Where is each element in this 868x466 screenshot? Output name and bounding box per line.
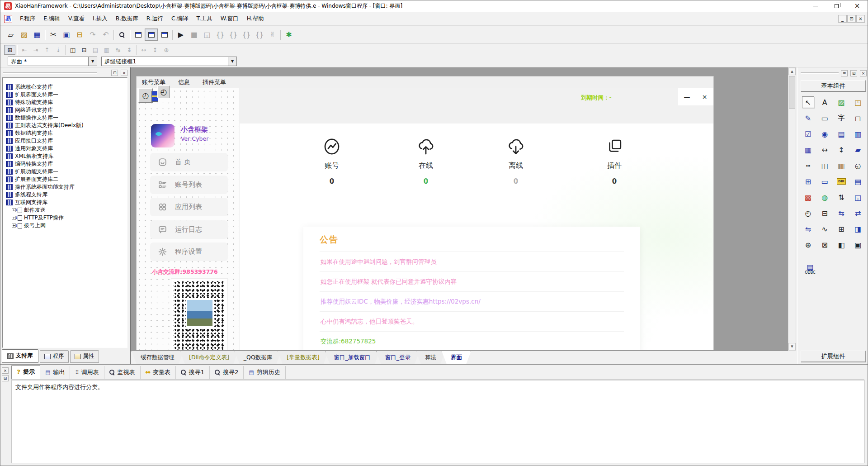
space-equal-h-button[interactable]: ▤ [90, 45, 101, 55]
network-component[interactable]: ◍ [819, 191, 831, 203]
basic-components-button[interactable]: 基本组件 [801, 80, 866, 91]
tab-watch-table[interactable]: 监视表 [104, 366, 141, 379]
new-button[interactable]: ▱ [4, 29, 17, 41]
extended-components-button[interactable]: 扩展组件 [801, 351, 866, 362]
mdi-restore-button[interactable]: ⊡ [847, 15, 856, 23]
mdi-close-button[interactable]: × [856, 15, 865, 23]
tree-item[interactable]: XML解析支持库 [3, 152, 127, 160]
split-panel-component[interactable]: ◧ [835, 239, 848, 251]
align-bottom-button[interactable]: ⇣ [52, 45, 64, 55]
menu-item[interactable]: B.数据库 [112, 13, 142, 25]
menu-item[interactable]: E.编辑 [39, 13, 64, 25]
scrollbar-thumb[interactable] [789, 76, 795, 109]
hint-output-area[interactable]: 文件夹用作将程序内容进行分类。 [11, 380, 864, 463]
menu-item[interactable]: C.编译 [167, 13, 193, 25]
nav-run-log-button[interactable]: 运行日志 [150, 220, 228, 239]
panel-grip[interactable] [801, 72, 839, 74]
menu-item[interactable]: T.工具 [193, 13, 217, 25]
timer-component-2[interactable]: ◴ [157, 86, 170, 98]
nav-app-list-button[interactable]: 应用列表 [150, 198, 228, 216]
nav-account-list-button[interactable]: 账号列表 [150, 176, 228, 194]
open-button[interactable]: ▨ [17, 29, 30, 41]
panel-close-button[interactable]: × [860, 70, 867, 76]
tab-variable-table[interactable]: ◆◆ 变量表 [141, 366, 176, 379]
toolbar-separator[interactable] [43, 29, 47, 40]
tree-item[interactable]: 数据操作支持库一 [3, 114, 127, 122]
tab-program[interactable]: 程序 [40, 350, 69, 363]
tree-item[interactable]: 扩展界面支持库二 [3, 176, 127, 183]
run-to-cursor-button[interactable]: {} [253, 29, 266, 41]
toolbar-separator[interactable] [171, 29, 174, 40]
stop-button[interactable]: ■ [187, 29, 200, 41]
redo-button[interactable]: ↷ [86, 29, 99, 41]
tab-search-2[interactable]: 搜寻2 [210, 366, 244, 379]
fit-width-button[interactable]: ↔ [138, 45, 149, 55]
tab-control-component[interactable]: ◫ [819, 160, 831, 171]
step-over-button[interactable]: {} [226, 29, 240, 41]
toolbar-separator[interactable] [15, 44, 19, 55]
announcement-line[interactable]: 推荐使用妖云IDC，物美价廉，经济实惠https://02vps.cn/ [320, 292, 624, 312]
list-box-component[interactable]: ▤ [835, 128, 848, 140]
tab-hint[interactable]: ? 提示 [11, 365, 40, 379]
mdi-window-component[interactable]: ◱ [852, 191, 864, 203]
preview-close-button[interactable]: × [700, 93, 710, 100]
timer-component-1[interactable]: ◴ [138, 88, 153, 103]
align-left-button[interactable]: ⇤ [19, 45, 30, 55]
menu-item[interactable]: R.运行 [142, 13, 167, 25]
layout-right-button[interactable] [158, 29, 171, 41]
doc-tab-window-login[interactable]: 窗口_登录 [376, 351, 420, 364]
paste-button[interactable]: ⊟ [73, 29, 86, 41]
tree-item[interactable]: 多线程支持库 [3, 191, 127, 199]
scroll-up-button[interactable]: ▲ [788, 68, 796, 75]
panel-menu-button[interactable]: ≡ [841, 70, 848, 76]
panel-close-button[interactable]: × [121, 70, 127, 76]
step-into-button[interactable]: {} [213, 29, 226, 41]
label-component[interactable]: A [819, 96, 831, 108]
menu-item[interactable]: I.插入 [89, 13, 112, 25]
tree-item[interactable]: 操作系统界面功能支持库 [3, 183, 127, 191]
menu-item[interactable]: W.窗口 [217, 13, 243, 25]
data-grid-component[interactable]: ⊞ [835, 223, 848, 235]
odbc-component[interactable]: ▤ ODBC [803, 263, 817, 275]
doc-tab-const-table[interactable]: [常量数据表] [278, 351, 328, 364]
fit-height-button[interactable]: ↕ [149, 45, 160, 55]
color-picker-component[interactable]: ▩ [802, 191, 814, 203]
doc-tab-cache-data[interactable]: 缓存数据管理 [132, 351, 184, 364]
doc-tab-dll-table[interactable]: [Dll命令定义表] [180, 351, 238, 364]
radio-button-component[interactable]: ◉ [819, 128, 831, 140]
menu-item[interactable]: V.查看 [64, 13, 89, 25]
nav-home-button[interactable]: 首 页 [150, 153, 228, 171]
toolbar-separator[interactable] [64, 44, 67, 55]
chevron-down-icon[interactable]: ▼ [228, 57, 236, 66]
tab-call-table[interactable]: ⠿ 调用表 [70, 366, 104, 379]
tab-support-libs[interactable]: 支持库 [2, 349, 38, 363]
preview-menu-item[interactable]: 信息 [178, 78, 190, 86]
edit-box-component[interactable]: ✎ [802, 112, 814, 124]
space-equal-v-button[interactable]: ▥ [101, 45, 112, 55]
debug-window-button[interactable]: ◱ [200, 29, 213, 41]
tree-item[interactable]: 系统核心支持库 [3, 83, 127, 91]
same-height-button[interactable]: ↨ [123, 45, 135, 55]
tree-item[interactable]: 拨号上网 [3, 222, 127, 229]
chevron-down-icon[interactable]: ▼ [88, 57, 97, 66]
close-button[interactable]: × [847, 0, 868, 12]
ruler-component[interactable]: ┅ [802, 160, 814, 171]
tree-item[interactable]: 通用对象支持库 [3, 145, 127, 152]
cut-button[interactable]: ✂ [47, 29, 60, 41]
layout-left-button[interactable] [132, 29, 145, 41]
component-selector-combo[interactable]: 超级链接框1 ▼ [101, 57, 237, 66]
calendar-component[interactable]: ⊞ [802, 176, 814, 187]
layout-bottom-button[interactable] [145, 29, 158, 41]
compile-run-button[interactable]: ✱ [282, 29, 295, 41]
pager-component[interactable]: ◨ [852, 223, 864, 235]
output-close-button[interactable]: × [2, 367, 9, 374]
tab-clip-history[interactable]: ▤ 剪辑历史 [244, 366, 285, 379]
canvas-vertical-scrollbar[interactable]: ▲ ▼ [788, 67, 796, 351]
center-horizontal-button[interactable]: ◫ [67, 45, 78, 55]
animation-component[interactable]: ▥ [835, 160, 848, 171]
minimize-button[interactable] [805, 0, 826, 12]
form-designer-button[interactable]: ⊞ [4, 45, 15, 55]
ip-edit-component[interactable]: ▭ [819, 176, 831, 187]
nav-settings-button[interactable]: 程序设置 [150, 243, 228, 261]
step-out-button[interactable]: {} [240, 29, 253, 41]
